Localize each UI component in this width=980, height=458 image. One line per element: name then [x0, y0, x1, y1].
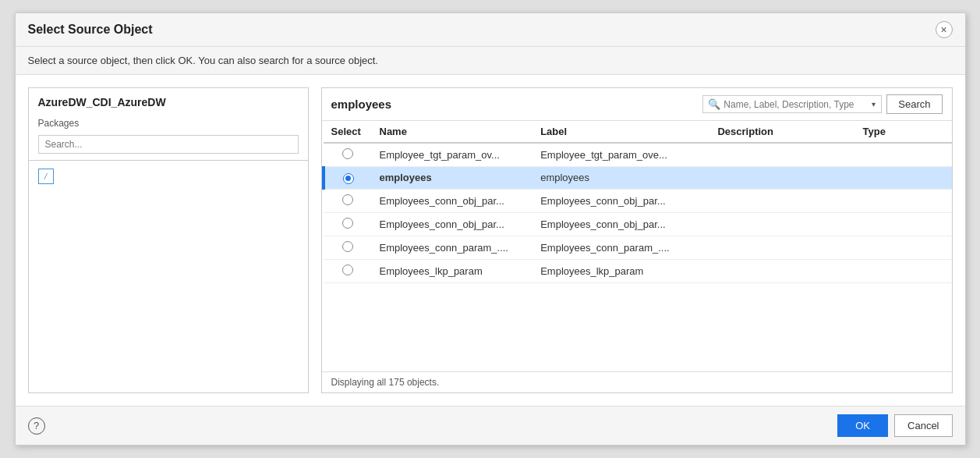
type-cell	[854, 167, 951, 190]
dialog-header: Select Source Object ×	[16, 13, 965, 47]
help-button[interactable]: ?	[28, 417, 45, 435]
name-cell: Employees_conn_obj_par...	[372, 189, 533, 212]
description-cell	[709, 189, 854, 212]
description-cell	[709, 259, 854, 282]
radio-button[interactable]	[342, 265, 353, 275]
type-cell	[854, 236, 951, 259]
footer-buttons: OK Cancel	[837, 414, 952, 437]
close-button[interactable]: ×	[936, 21, 953, 38]
cancel-button[interactable]: Cancel	[894, 414, 952, 437]
right-panel-title: employees	[331, 98, 392, 111]
table-container: Select Name Label Description Type Emplo…	[322, 121, 952, 371]
connection-name: AzureDW_CDI_AzureDW	[29, 88, 308, 115]
col-header-name: Name	[372, 121, 533, 143]
select-source-object-dialog: Select Source Object × Select a source o…	[15, 12, 966, 446]
table-row[interactable]: employees employees	[324, 167, 952, 190]
status-bar: Displaying all 175 objects.	[322, 371, 952, 392]
radio-cell[interactable]	[324, 189, 372, 212]
type-cell	[854, 212, 951, 236]
dialog-body: AzureDW_CDI_AzureDW Packages / employees…	[16, 75, 965, 406]
table-row[interactable]: Employees_conn_obj_par... Employees_conn…	[324, 189, 952, 212]
radio-cell[interactable]	[324, 143, 372, 167]
table-row[interactable]: Employees_conn_param_.... Employees_conn…	[324, 236, 952, 259]
col-header-type: Type	[854, 121, 951, 143]
search-button[interactable]: Search	[886, 94, 942, 114]
search-icon: 🔍	[708, 98, 720, 110]
name-cell: employees	[372, 167, 533, 190]
search-dropdown-arrow-icon[interactable]: ▾	[872, 100, 876, 108]
dialog-footer: ? OK Cancel	[16, 406, 965, 445]
radio-cell[interactable]	[324, 236, 372, 259]
ok-button[interactable]: OK	[837, 414, 888, 437]
table-body: Employee_tgt_param_ov... Employee_tgt_pa…	[324, 143, 952, 282]
name-cell: Employees_conn_obj_par...	[372, 212, 533, 236]
name-cell: Employees_conn_param_....	[372, 236, 533, 259]
col-header-label: Label	[532, 121, 709, 143]
col-header-select: Select	[324, 121, 372, 143]
tree-area: /	[29, 161, 308, 392]
table-row[interactable]: Employees_lkp_param Employees_lkp_param	[324, 259, 952, 282]
dialog-title: Select Source Object	[28, 23, 153, 37]
label-cell: Employees_lkp_param	[532, 259, 709, 282]
search-field-wrapper: 🔍 ▾	[702, 95, 882, 113]
label-cell: Employee_tgt_param_ove...	[532, 143, 709, 167]
radio-button[interactable]	[342, 194, 353, 205]
packages-search-input[interactable]	[38, 135, 299, 154]
search-input[interactable]	[724, 99, 872, 110]
label-cell: employees	[532, 167, 709, 190]
radio-button[interactable]	[342, 218, 353, 229]
col-header-description: Description	[709, 121, 854, 143]
packages-search-container	[29, 132, 308, 161]
table-row[interactable]: Employee_tgt_param_ov... Employee_tgt_pa…	[324, 143, 952, 167]
table-header-row: Select Name Label Description Type	[324, 121, 952, 143]
description-cell	[709, 167, 854, 190]
folder-icon: /	[38, 169, 54, 184]
description-cell	[709, 143, 854, 167]
name-cell: Employees_lkp_param	[372, 259, 533, 282]
objects-table: Select Name Label Description Type Emplo…	[322, 121, 952, 283]
packages-label: Packages	[29, 115, 308, 132]
description-cell	[709, 236, 854, 259]
label-cell: Employees_conn_param_....	[532, 236, 709, 259]
name-cell: Employee_tgt_param_ov...	[372, 143, 533, 167]
type-cell	[854, 143, 951, 167]
radio-button[interactable]	[343, 173, 354, 184]
description-cell	[709, 212, 854, 236]
dialog-subtitle: Select a source object, then click OK. Y…	[16, 47, 965, 75]
radio-cell[interactable]	[324, 212, 372, 236]
type-cell	[854, 189, 951, 212]
table-row[interactable]: Employees_conn_obj_par... Employees_conn…	[324, 212, 952, 236]
radio-button[interactable]	[342, 148, 353, 159]
label-cell: Employees_conn_obj_par...	[532, 189, 709, 212]
radio-cell[interactable]	[324, 167, 372, 190]
radio-button[interactable]	[342, 241, 353, 252]
left-panel: AzureDW_CDI_AzureDW Packages /	[28, 87, 309, 393]
right-panel-header: employees 🔍 ▾ Search	[322, 88, 952, 121]
label-cell: Employees_conn_obj_par...	[532, 212, 709, 236]
search-bar: 🔍 ▾ Search	[702, 94, 942, 114]
tree-item[interactable]: /	[38, 167, 299, 186]
radio-cell[interactable]	[324, 259, 372, 282]
right-panel: employees 🔍 ▾ Search Select Name	[321, 87, 953, 393]
type-cell	[854, 259, 951, 282]
